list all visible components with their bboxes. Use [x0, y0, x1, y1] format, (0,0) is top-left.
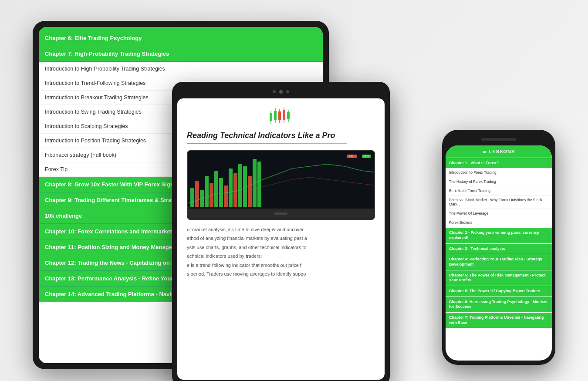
phone-chapter-header[interactable]: Chapter 5: The Power of Risk Management …	[446, 270, 552, 286]
bezel-dot-left	[273, 90, 276, 93]
phone-chapter-header[interactable]: Chapter 4: Perfecting Your Trading Plan …	[446, 254, 552, 270]
chart-candle	[253, 159, 257, 207]
content-title: Reading Technical Indicators Like a Pro	[187, 131, 375, 140]
phone-lesson-item[interactable]: The History of Forex Trading	[446, 177, 552, 186]
phone: ☰ LESSONS Chapter 1 - What Is Forex?Intr…	[442, 130, 555, 365]
phone-notch	[446, 134, 552, 145]
phone-chapter-header[interactable]: Chapter 3 - Technical analysis	[446, 244, 552, 254]
phone-lesson-item[interactable]: The Power Of Leverage	[446, 209, 552, 218]
chart-candle	[200, 190, 204, 207]
chart-candle	[195, 181, 199, 207]
laptop-base	[188, 209, 374, 219]
chart-candle	[205, 176, 209, 207]
content-paragraph: ethod of analyzing financial markets by …	[187, 235, 375, 242]
lesson-item[interactable]: Introduction to High-Probability Trading…	[39, 62, 323, 76]
candlestick-icon	[187, 107, 375, 128]
svg-rect-6	[278, 111, 281, 120]
phone-lesson-item[interactable]: Benefits of Forex Trading	[446, 186, 552, 196]
chart-candle	[248, 176, 252, 207]
phone-chapter-header[interactable]: Chapter 6: Harnessing Trading Psychology…	[446, 297, 552, 312]
svg-rect-3	[274, 111, 277, 120]
scene: Chapter 6: Elite Trading PsychologyChapt…	[33, 12, 555, 369]
tablet-middle-screen: Reading Technical Indicators Like a Pro …	[177, 98, 385, 380]
chart-candle	[233, 173, 237, 207]
phone-header: ☰ LESSONS	[446, 145, 552, 158]
content-paragraph: echnical indicators used by traders:	[187, 253, 375, 260]
phone-screen: ☰ LESSONS Chapter 1 - What Is Forex?Intr…	[446, 145, 552, 361]
chart-candle	[257, 162, 261, 207]
chart-candle	[243, 166, 247, 207]
laptop-brand	[274, 212, 287, 215]
phone-chapter-list: Chapter 1 - What Is Forex?Introduction t…	[446, 158, 552, 361]
content-paragraph: s period. Traders use moving averages to…	[187, 270, 375, 278]
chapter-header[interactable]: Chapter 6: Elite Trading Psychology	[39, 30, 323, 46]
phone-chapter-header[interactable]: Chapter 1 - What Is Forex?	[446, 158, 552, 169]
phone-header-title: LESSONS	[489, 149, 515, 154]
phone-chapter-header[interactable]: Chapter 7: Trading Platforms Unveiled - …	[446, 313, 552, 328]
chart-candle	[224, 185, 228, 207]
phone-notch-bar	[481, 138, 516, 141]
phone-lesson-item[interactable]: Forex vs. Stock Market - Why Forex Outsh…	[446, 196, 552, 209]
svg-rect-9	[283, 110, 285, 120]
laptop-screen: SELL BUY	[188, 151, 374, 209]
content-paragraph: e is a trend-following indicator that sm…	[187, 262, 375, 269]
title-underline	[187, 143, 347, 144]
phone-lesson-item[interactable]: Forex Brokers	[446, 218, 552, 227]
bezel-dot-right	[286, 90, 289, 93]
chart-candle	[219, 178, 223, 207]
chart-candle	[229, 169, 233, 207]
badge-green: BUY	[362, 155, 371, 158]
laptop-image: SELL BUY	[187, 150, 375, 220]
badge-red: SELL	[347, 155, 357, 158]
phone-chapter-header[interactable]: Chapter 5: The Power Of Copying Expert T…	[446, 286, 552, 297]
menu-icon: ☰	[483, 149, 487, 154]
tablet-bezel-top	[177, 87, 385, 97]
chart-candle	[238, 164, 242, 207]
tablet-top-green-bar	[39, 27, 323, 30]
chapter-header[interactable]: Chapter 7: High-Probability Trading Stra…	[39, 46, 323, 62]
phone-chapter-header[interactable]: Chapter 2 - Picking your winning pairs, …	[446, 228, 552, 243]
content-text: of market analysis, it's time to dive de…	[187, 226, 375, 280]
content-area: Reading Technical Indicators Like a Pro …	[177, 98, 385, 380]
chart-candle	[214, 171, 218, 207]
chart-candle	[210, 183, 213, 207]
svg-rect-12	[287, 112, 290, 119]
chart-bars	[188, 160, 374, 209]
content-paragraph: ysts use charts, graphs, and other techn…	[187, 244, 375, 251]
chart-candle	[190, 188, 194, 207]
content-paragraph: of market analysis, it's time to dive de…	[187, 226, 375, 233]
phone-lesson-item[interactable]: Introduction to Forex Trading	[446, 168, 552, 177]
bezel-camera	[279, 90, 283, 94]
tablet-middle: Reading Technical Indicators Like a Pro …	[172, 82, 390, 381]
svg-rect-0	[270, 113, 272, 121]
